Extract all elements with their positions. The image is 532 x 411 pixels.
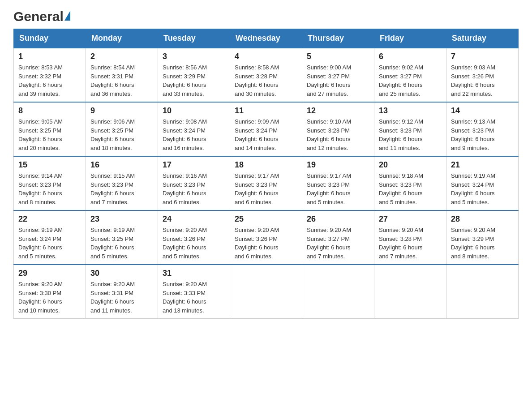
day-number: 2 — [90, 52, 153, 61]
calendar-table: SundayMondayTuesdayWednesdayThursdayFrid… — [13, 29, 519, 319]
day-header-saturday: Saturday — [446, 29, 519, 48]
day-number: 24 — [163, 214, 225, 224]
calendar-day-23: 23 Sunrise: 9:19 AM Sunset: 3:25 PM Dayl… — [86, 210, 158, 265]
day-info: Sunrise: 8:53 AM Sunset: 3:32 PM Dayligh… — [18, 63, 81, 98]
day-info: Sunrise: 9:09 AM Sunset: 3:24 PM Dayligh… — [235, 117, 297, 152]
day-number: 21 — [451, 160, 514, 170]
day-info: Sunrise: 9:19 AM Sunset: 3:24 PM Dayligh… — [451, 171, 514, 206]
day-header-sunday: Sunday — [14, 29, 86, 48]
day-number: 27 — [379, 214, 442, 224]
day-header-thursday: Thursday — [302, 29, 374, 48]
day-number: 26 — [307, 214, 369, 224]
calendar-day-21: 21 Sunrise: 9:19 AM Sunset: 3:24 PM Dayl… — [446, 156, 519, 210]
calendar-week-1: 1 Sunrise: 8:53 AM Sunset: 3:32 PM Dayli… — [14, 48, 519, 102]
day-number: 5 — [307, 52, 369, 61]
day-info: Sunrise: 8:56 AM Sunset: 3:29 PM Dayligh… — [163, 63, 225, 98]
day-info: Sunrise: 9:12 AM Sunset: 3:23 PM Dayligh… — [379, 117, 442, 152]
day-number: 9 — [90, 106, 153, 116]
day-header-friday: Friday — [374, 29, 446, 48]
day-number: 6 — [379, 52, 442, 61]
empty-cell — [230, 265, 302, 319]
day-info: Sunrise: 8:58 AM Sunset: 3:28 PM Dayligh… — [235, 63, 297, 98]
day-info: Sunrise: 9:06 AM Sunset: 3:25 PM Dayligh… — [90, 117, 153, 152]
day-info: Sunrise: 9:20 AM Sunset: 3:26 PM Dayligh… — [235, 226, 297, 261]
day-info: Sunrise: 9:20 AM Sunset: 3:28 PM Dayligh… — [379, 226, 442, 261]
calendar-day-6: 6 Sunrise: 9:02 AM Sunset: 3:27 PM Dayli… — [374, 48, 446, 102]
day-info: Sunrise: 9:03 AM Sunset: 3:26 PM Dayligh… — [451, 63, 514, 98]
calendar-day-4: 4 Sunrise: 8:58 AM Sunset: 3:28 PM Dayli… — [230, 48, 302, 102]
empty-cell — [374, 265, 446, 319]
calendar-week-3: 15 Sunrise: 9:14 AM Sunset: 3:23 PM Dayl… — [14, 156, 519, 210]
calendar-day-3: 3 Sunrise: 8:56 AM Sunset: 3:29 PM Dayli… — [158, 48, 230, 102]
day-number: 8 — [18, 106, 81, 116]
day-info: Sunrise: 9:20 AM Sunset: 3:30 PM Dayligh… — [18, 280, 81, 315]
day-number: 25 — [235, 214, 297, 224]
day-info: Sunrise: 9:14 AM Sunset: 3:23 PM Dayligh… — [18, 171, 81, 206]
day-number: 1 — [18, 52, 81, 61]
calendar-day-20: 20 Sunrise: 9:18 AM Sunset: 3:23 PM Dayl… — [374, 156, 446, 210]
calendar-day-7: 7 Sunrise: 9:03 AM Sunset: 3:26 PM Dayli… — [446, 48, 519, 102]
day-number: 29 — [18, 269, 81, 278]
day-number: 16 — [90, 160, 153, 170]
day-number: 31 — [163, 269, 225, 278]
calendar-day-29: 29 Sunrise: 9:20 AM Sunset: 3:30 PM Dayl… — [14, 265, 86, 319]
day-number: 23 — [90, 214, 153, 224]
day-header-wednesday: Wednesday — [230, 29, 302, 48]
day-info: Sunrise: 9:15 AM Sunset: 3:23 PM Dayligh… — [90, 171, 153, 206]
calendar-day-31: 31 Sunrise: 9:20 AM Sunset: 3:33 PM Dayl… — [158, 265, 230, 319]
day-number: 15 — [18, 160, 81, 170]
day-info: Sunrise: 9:20 AM Sunset: 3:31 PM Dayligh… — [90, 280, 153, 315]
day-number: 22 — [18, 214, 81, 224]
empty-cell — [446, 265, 519, 319]
day-info: Sunrise: 9:20 AM Sunset: 3:27 PM Dayligh… — [307, 226, 369, 261]
day-info: Sunrise: 9:20 AM Sunset: 3:29 PM Dayligh… — [451, 226, 514, 261]
header: General — [13, 9, 519, 24]
day-info: Sunrise: 9:20 AM Sunset: 3:26 PM Dayligh… — [163, 226, 225, 261]
day-number: 17 — [163, 160, 225, 170]
calendar-day-2: 2 Sunrise: 8:54 AM Sunset: 3:31 PM Dayli… — [86, 48, 158, 102]
day-header-monday: Monday — [86, 29, 158, 48]
calendar-day-19: 19 Sunrise: 9:17 AM Sunset: 3:23 PM Dayl… — [302, 156, 374, 210]
day-info: Sunrise: 9:05 AM Sunset: 3:25 PM Dayligh… — [18, 117, 81, 152]
day-number: 20 — [379, 160, 442, 170]
calendar-header-row: SundayMondayTuesdayWednesdayThursdayFrid… — [14, 29, 519, 48]
day-info: Sunrise: 9:19 AM Sunset: 3:24 PM Dayligh… — [18, 226, 81, 261]
day-number: 30 — [90, 269, 153, 278]
day-info: Sunrise: 9:19 AM Sunset: 3:25 PM Dayligh… — [90, 226, 153, 261]
day-info: Sunrise: 9:08 AM Sunset: 3:24 PM Dayligh… — [163, 117, 225, 152]
day-info: Sunrise: 9:10 AM Sunset: 3:23 PM Dayligh… — [307, 117, 369, 152]
day-info: Sunrise: 9:02 AM Sunset: 3:27 PM Dayligh… — [379, 63, 442, 98]
day-number: 13 — [379, 106, 442, 116]
calendar-day-1: 1 Sunrise: 8:53 AM Sunset: 3:32 PM Dayli… — [14, 48, 86, 102]
day-info: Sunrise: 9:16 AM Sunset: 3:23 PM Dayligh… — [163, 171, 225, 206]
logo-general-text: General — [13, 9, 64, 24]
calendar-day-13: 13 Sunrise: 9:12 AM Sunset: 3:23 PM Dayl… — [374, 102, 446, 156]
calendar-day-28: 28 Sunrise: 9:20 AM Sunset: 3:29 PM Dayl… — [446, 210, 519, 265]
day-info: Sunrise: 8:54 AM Sunset: 3:31 PM Dayligh… — [90, 63, 153, 98]
calendar-day-15: 15 Sunrise: 9:14 AM Sunset: 3:23 PM Dayl… — [14, 156, 86, 210]
day-number: 18 — [235, 160, 297, 170]
calendar-day-9: 9 Sunrise: 9:06 AM Sunset: 3:25 PM Dayli… — [86, 102, 158, 156]
day-number: 28 — [451, 214, 514, 224]
calendar-day-17: 17 Sunrise: 9:16 AM Sunset: 3:23 PM Dayl… — [158, 156, 230, 210]
day-info: Sunrise: 9:18 AM Sunset: 3:23 PM Dayligh… — [379, 171, 442, 206]
day-number: 10 — [163, 106, 225, 116]
day-header-tuesday: Tuesday — [158, 29, 230, 48]
calendar-day-8: 8 Sunrise: 9:05 AM Sunset: 3:25 PM Dayli… — [14, 102, 86, 156]
day-number: 12 — [307, 106, 369, 116]
day-info: Sunrise: 9:00 AM Sunset: 3:27 PM Dayligh… — [307, 63, 369, 98]
calendar-day-26: 26 Sunrise: 9:20 AM Sunset: 3:27 PM Dayl… — [302, 210, 374, 265]
calendar-day-10: 10 Sunrise: 9:08 AM Sunset: 3:24 PM Dayl… — [158, 102, 230, 156]
calendar-day-14: 14 Sunrise: 9:13 AM Sunset: 3:23 PM Dayl… — [446, 102, 519, 156]
day-number: 4 — [235, 52, 297, 61]
day-info: Sunrise: 9:13 AM Sunset: 3:23 PM Dayligh… — [451, 117, 514, 152]
calendar-day-30: 30 Sunrise: 9:20 AM Sunset: 3:31 PM Dayl… — [86, 265, 158, 319]
calendar-day-22: 22 Sunrise: 9:19 AM Sunset: 3:24 PM Dayl… — [14, 210, 86, 265]
empty-cell — [302, 265, 374, 319]
day-number: 3 — [163, 52, 225, 61]
calendar-week-5: 29 Sunrise: 9:20 AM Sunset: 3:30 PM Dayl… — [14, 265, 519, 319]
calendar-day-24: 24 Sunrise: 9:20 AM Sunset: 3:26 PM Dayl… — [158, 210, 230, 265]
calendar-day-16: 16 Sunrise: 9:15 AM Sunset: 3:23 PM Dayl… — [86, 156, 158, 210]
calendar-week-4: 22 Sunrise: 9:19 AM Sunset: 3:24 PM Dayl… — [14, 210, 519, 265]
calendar-day-5: 5 Sunrise: 9:00 AM Sunset: 3:27 PM Dayli… — [302, 48, 374, 102]
